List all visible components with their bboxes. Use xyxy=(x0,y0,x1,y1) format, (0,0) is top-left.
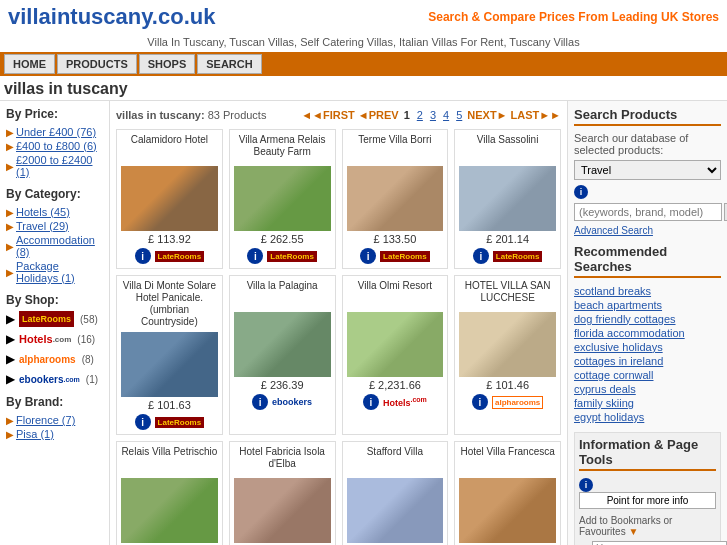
center-content: villas in tuscany: 83 Products ◄◄FIRST ◄… xyxy=(110,101,567,545)
product-image xyxy=(347,312,444,377)
arrow-icon: ▶ xyxy=(6,207,14,218)
product-image xyxy=(347,166,444,231)
product-image xyxy=(347,478,444,543)
price-400-800[interactable]: ▶ £400 to £800 (6) xyxy=(6,139,103,153)
top-search-text: Search & Compare Prices From Leading UK … xyxy=(428,10,719,24)
nav-search[interactable]: SEARCH xyxy=(197,54,261,74)
recommended-link[interactable]: cottage cornwall xyxy=(574,368,721,382)
pagination-prev[interactable]: ◄PREV xyxy=(358,109,399,121)
info-icon[interactable]: i xyxy=(252,394,268,410)
shop-laterooms[interactable]: ▶ LateRooms (58) xyxy=(6,311,103,327)
product-name: Hotel Villa Francesca xyxy=(459,446,556,474)
product-image xyxy=(234,166,331,231)
product-card[interactable]: Hotel Villa Francesca £ 171.00 i Hotels.… xyxy=(454,441,561,545)
info-icon[interactable]: i xyxy=(363,394,379,410)
recommended-link[interactable]: beach apartments xyxy=(574,298,721,312)
brand-pisa[interactable]: ▶ Pisa (1) xyxy=(6,427,103,441)
product-card[interactable]: Villa Olmi Resort £ 2,231.66 i Hotels.co… xyxy=(342,275,449,435)
shop-hotels[interactable]: ▶ Hotels.com (16) xyxy=(6,331,103,347)
recommended-link[interactable]: exclusive holidays xyxy=(574,340,721,354)
product-name: Villa Armena Relais Beauty Farm xyxy=(234,134,331,162)
info-icon[interactable]: i xyxy=(472,394,488,410)
pagination-first[interactable]: ◄◄FIRST xyxy=(301,109,355,121)
product-info: i ebookers xyxy=(234,394,331,410)
search-info-icon[interactable]: i xyxy=(574,185,588,199)
arrow-icon: ▶ xyxy=(6,312,15,326)
results-count: villas in tuscany: 83 Products xyxy=(116,109,266,121)
price-2000-2400[interactable]: ▶ £2000 to £2400 (1) xyxy=(6,153,103,179)
pagination-last[interactable]: LAST►► xyxy=(511,109,562,121)
product-name: Terme Villa Borri xyxy=(347,134,444,162)
product-card[interactable]: Villa Sassolini £ 201.14 i LateRooms xyxy=(454,129,561,269)
price-under-400[interactable]: ▶ Under £400 (76) xyxy=(6,125,103,139)
info-icon[interactable]: i xyxy=(135,414,151,430)
shop-alpharooms[interactable]: ▶ alpharooms (8) xyxy=(6,351,103,367)
nav-home[interactable]: HOME xyxy=(4,54,55,74)
product-info: i alpharooms xyxy=(459,394,556,410)
product-name: Stafford Villa xyxy=(347,446,444,474)
by-price-section: By Price: ▶ Under £400 (76) ▶ £400 to £8… xyxy=(6,107,103,179)
shop-ebookers[interactable]: ▶ ebookers.com (1) xyxy=(6,371,103,387)
recommended-link[interactable]: cyprus deals xyxy=(574,382,721,396)
cat-travel[interactable]: ▶ Travel (29) xyxy=(6,219,103,233)
product-image xyxy=(121,478,218,543)
recommended-link[interactable]: cottages in ireland xyxy=(574,354,721,368)
product-price: £ 113.92 xyxy=(121,233,218,245)
arrow-icon: ▶ xyxy=(6,141,14,152)
nav-products[interactable]: PRODUCTS xyxy=(57,54,137,74)
product-card[interactable]: Villa Di Monte Solare Hotel Panicale. (u… xyxy=(116,275,223,435)
product-card[interactable]: Villa Armena Relais Beauty Farm £ 262.55… xyxy=(229,129,336,269)
product-card[interactable]: Terme Villa Borri £ 133.50 i LateRooms xyxy=(342,129,449,269)
bookmark-row: Add to Bookmarks or Favourites ▼ xyxy=(579,515,716,537)
info-icon[interactable]: i xyxy=(135,248,151,264)
info-icon[interactable]: i xyxy=(473,248,489,264)
product-info: i LateRooms xyxy=(459,248,556,264)
page-2[interactable]: 2 xyxy=(415,109,425,121)
tools-section: Information & Page Tools i Point for mor… xyxy=(574,432,721,545)
by-category-title: By Category: xyxy=(6,187,103,201)
laterooms-badge: LateRooms xyxy=(493,251,543,262)
recommended-link[interactable]: dog friendly cottages xyxy=(574,312,721,326)
search-input[interactable] xyxy=(574,203,722,221)
pagination-next[interactable]: NEXT► xyxy=(467,109,507,121)
nav-shops[interactable]: SHOPS xyxy=(139,54,196,74)
tools-info-icon[interactable]: i xyxy=(579,478,593,492)
harpoon-arrow-icon: ▶ xyxy=(579,541,590,545)
cat-accommodation[interactable]: ▶ Accommodation (8) xyxy=(6,233,103,259)
product-card[interactable]: Stafford Villa £ 172.50 i LateRooms xyxy=(342,441,449,545)
cat-hotels[interactable]: ▶ Hotels (45) xyxy=(6,205,103,219)
recommended-link[interactable]: egypt holidays xyxy=(574,410,721,424)
page-5[interactable]: 5 xyxy=(454,109,464,121)
product-card[interactable]: Hotel Fabricia Isola d'Elba £ 106.80 i L… xyxy=(229,441,336,545)
arrow-icon: ▶ xyxy=(6,429,14,440)
recommended-link[interactable]: family skiing xyxy=(574,396,721,410)
recommended-link[interactable]: scotland breaks xyxy=(574,284,721,298)
page-1[interactable]: 1 xyxy=(402,109,412,121)
search-type-select[interactable]: Travel Hotels Accommodation xyxy=(574,160,721,180)
product-card[interactable]: Calamidoro Hotel £ 113.92 i LateRooms xyxy=(116,129,223,269)
results-header: villas in tuscany: 83 Products ◄◄FIRST ◄… xyxy=(116,105,561,125)
page-4[interactable]: 4 xyxy=(441,109,451,121)
brand-florence[interactable]: ▶ Florence (7) xyxy=(6,413,103,427)
advanced-search-link[interactable]: Advanced Search xyxy=(574,225,721,236)
product-price: £ 262.55 xyxy=(234,233,331,245)
pagination: ◄◄FIRST ◄PREV 1 2 3 4 5 NEXT► LAST►► xyxy=(301,109,561,121)
product-card[interactable]: Relais Villa Petrischio £ 120.15 i LateR… xyxy=(116,441,223,545)
shop-count-alpharooms: (8) xyxy=(82,354,94,365)
cat-package-holidays[interactable]: ▶ Package Holidays (1) xyxy=(6,259,103,285)
point-info-button[interactable]: Point for more info xyxy=(579,492,716,509)
product-info: i LateRooms xyxy=(347,248,444,264)
search-products-subtitle: Search our database of selected products… xyxy=(574,132,721,156)
info-icon[interactable]: i xyxy=(247,248,263,264)
arrow-icon: ▶ xyxy=(6,221,14,232)
harpoon-input[interactable] xyxy=(592,541,727,545)
product-card[interactable]: HOTEL VILLA SAN LUCCHESE £ 101.46 i alph… xyxy=(454,275,561,435)
tools-title: Information & Page Tools xyxy=(579,437,716,471)
recommended-link[interactable]: florida accommodation xyxy=(574,326,721,340)
page-3[interactable]: 3 xyxy=(428,109,438,121)
arrow-icon: ▶ xyxy=(6,241,14,252)
product-card[interactable]: Villa la Palagina £ 236.39 i ebookers xyxy=(229,275,336,435)
product-image xyxy=(459,166,556,231)
info-icon[interactable]: i xyxy=(360,248,376,264)
arrow-icon: ▶ xyxy=(6,267,14,278)
